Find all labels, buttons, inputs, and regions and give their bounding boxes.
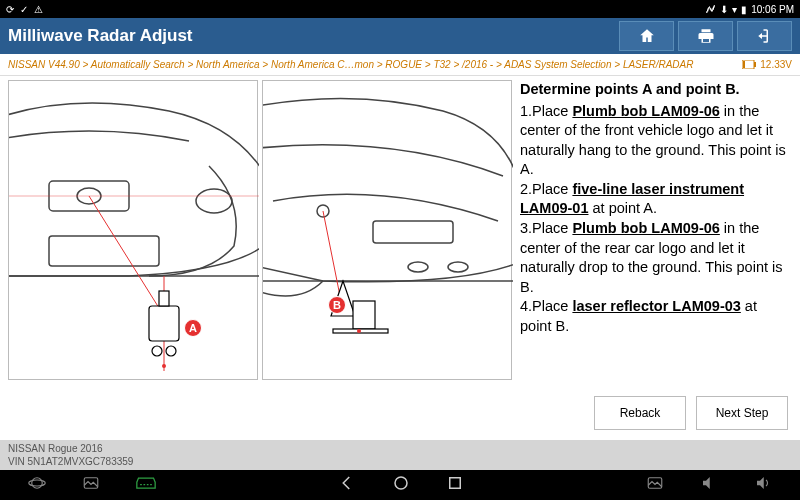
tool-name: laser reflector LAM09-03 xyxy=(572,298,740,314)
svg-point-26 xyxy=(395,477,407,489)
nav-obd-icon[interactable] xyxy=(136,476,156,494)
app-header: Milliwave Radar Adjust xyxy=(0,18,800,54)
android-nav-bar xyxy=(0,470,800,500)
tool-name: Plumb bob LAM09-06 xyxy=(572,103,719,119)
svg-rect-13 xyxy=(159,291,169,306)
diagram-area: A xyxy=(8,80,512,386)
svg-point-17 xyxy=(448,262,468,272)
car-front-illustration xyxy=(9,81,259,381)
svg-point-16 xyxy=(408,262,428,272)
instruction-step: 2.Place five-line laser instrument LAM09… xyxy=(520,180,792,219)
svg-rect-1 xyxy=(754,62,756,67)
nav-back-button[interactable] xyxy=(338,474,356,496)
nav-volume-up-icon[interactable] xyxy=(754,474,772,496)
vehicle-vin: VIN 5N1AT2MVXGC783359 xyxy=(8,455,792,468)
android-status-bar: ⟳ ✓ ⚠ 🗲 ⬇ ▾ ▮ 10:06 PM xyxy=(0,0,800,18)
nav-planet-icon[interactable] xyxy=(28,474,46,496)
nav-recent-button[interactable] xyxy=(446,474,464,496)
sync-icon: ⟳ xyxy=(6,4,14,15)
nav-gallery-icon[interactable] xyxy=(82,474,100,496)
vehicle-info-footer: NISSAN Rogue 2016 VIN 5N1AT2MVXGC783359 xyxy=(0,440,800,470)
point-a-badge: A xyxy=(184,319,202,337)
instruction-step: 1.Place Plumb bob LAM09-06 in the center… xyxy=(520,102,792,180)
car-rear-illustration xyxy=(263,81,513,381)
print-button[interactable] xyxy=(678,21,733,51)
svg-rect-5 xyxy=(49,236,159,266)
diagram-a-box: A xyxy=(8,80,258,380)
instruction-step: 4.Place laser reflector LAM09-03 at poin… xyxy=(520,297,792,336)
vehicle-name: NISSAN Rogue 2016 xyxy=(8,442,792,455)
svg-rect-20 xyxy=(353,301,375,329)
status-left-group: ⟳ ✓ ⚠ xyxy=(6,4,43,15)
reback-button[interactable]: Reback xyxy=(594,396,686,430)
download-icon: ⬇ xyxy=(720,4,728,15)
status-right-group: 🗲 ⬇ ▾ ▮ 10:06 PM xyxy=(706,4,794,15)
instruction-step: 3.Place Plumb bob LAM09-06 in the center… xyxy=(520,219,792,297)
breadcrumb: NISSAN V44.90 > Automatically Search > N… xyxy=(0,54,800,76)
button-row: Reback Next Step xyxy=(0,390,800,440)
svg-rect-10 xyxy=(149,306,179,341)
exit-icon xyxy=(756,27,774,45)
battery-icon xyxy=(742,60,756,69)
nav-volume-down-icon[interactable] xyxy=(700,474,718,496)
svg-point-23 xyxy=(32,478,43,489)
page-title: Milliwave Radar Adjust xyxy=(8,26,615,46)
bluetooth-icon: 🗲 xyxy=(706,4,716,15)
breadcrumb-path: NISSAN V44.90 > Automatically Search > N… xyxy=(8,59,693,70)
nav-home-button[interactable] xyxy=(392,474,410,496)
status-time: 10:06 PM xyxy=(751,4,794,15)
svg-rect-27 xyxy=(450,478,461,489)
warning-icon: ⚠ xyxy=(34,4,43,15)
svg-point-11 xyxy=(152,346,162,356)
print-icon xyxy=(697,27,715,45)
nav-screenshot-icon[interactable] xyxy=(646,474,664,496)
check-icon: ✓ xyxy=(20,4,28,15)
instructions-heading: Determine points A and point B. xyxy=(520,80,792,100)
diagram-b-box: B xyxy=(262,80,512,380)
svg-point-6 xyxy=(196,189,232,213)
home-icon xyxy=(638,27,656,45)
next-step-button[interactable]: Next Step xyxy=(696,396,788,430)
svg-rect-15 xyxy=(373,221,453,243)
content-area: A xyxy=(0,76,800,390)
svg-rect-2 xyxy=(743,61,745,68)
point-b-badge: B xyxy=(328,296,346,314)
exit-button[interactable] xyxy=(737,21,792,51)
battery-icon: ▮ xyxy=(741,4,747,15)
tool-name: Plumb bob LAM09-06 xyxy=(572,220,719,236)
svg-point-22 xyxy=(357,329,361,333)
home-button[interactable] xyxy=(619,21,674,51)
svg-point-12 xyxy=(166,346,176,356)
wifi-icon: ▾ xyxy=(732,4,737,15)
voltage-value: 12.33V xyxy=(760,59,792,70)
app-window: Milliwave Radar Adjust NISSAN V44.90 > A… xyxy=(0,18,800,470)
svg-line-7 xyxy=(89,196,164,316)
instructions-panel: Determine points A and point B. 1.Place … xyxy=(520,80,792,386)
svg-point-14 xyxy=(162,364,166,368)
voltage-indicator: 12.33V xyxy=(742,59,792,70)
